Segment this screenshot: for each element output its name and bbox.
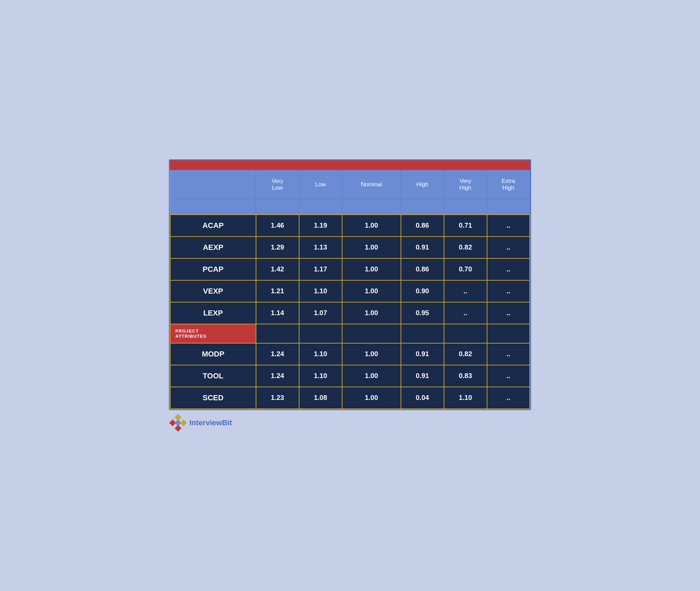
cell-aexp-0: 1.29 bbox=[256, 237, 299, 258]
personnel-label bbox=[170, 199, 256, 215]
cell-vexp-3: 0.90 bbox=[401, 280, 444, 302]
cell-aexp-1: 1.13 bbox=[299, 237, 342, 258]
cell-aexp-3: 0.91 bbox=[401, 237, 444, 258]
cell-acap-0: 1.46 bbox=[256, 215, 299, 237]
cell-vexp-4: .. bbox=[444, 280, 487, 302]
section-empty-5 bbox=[487, 324, 530, 343]
col-header-high: High bbox=[401, 170, 444, 199]
cell-modp-4: 0.82 bbox=[444, 343, 487, 365]
cell-modp-1: 1.10 bbox=[299, 343, 342, 365]
table-row: LEXP1.141.071.000.95.... bbox=[170, 302, 530, 324]
cell-acap-3: 0.86 bbox=[401, 215, 444, 237]
cell-pcap-1: 1.17 bbox=[299, 258, 342, 280]
col-empty-1 bbox=[256, 199, 299, 215]
cell-pcap-5: .. bbox=[487, 258, 530, 280]
cell-vexp-2: 1.00 bbox=[342, 280, 401, 302]
cell-tool-2: 1.00 bbox=[342, 365, 401, 387]
cell-vexp-0: 1.21 bbox=[256, 280, 299, 302]
cell-sced-4: 1.10 bbox=[444, 387, 487, 409]
col-empty-4 bbox=[401, 199, 444, 215]
subheader-row: VeryLow Low Nominal High VeryHigh ExtraH… bbox=[170, 170, 530, 199]
table-title bbox=[170, 160, 530, 170]
cell-tool-5: .. bbox=[487, 365, 530, 387]
cost-drivers-header bbox=[170, 170, 256, 199]
table-row: SCED1.231.081.000.041.10.. bbox=[170, 387, 530, 409]
cell-aexp-4: 0.82 bbox=[444, 237, 487, 258]
section-empty-3 bbox=[401, 324, 444, 343]
section-empty-0 bbox=[256, 324, 299, 343]
cell-modp-2: 1.00 bbox=[342, 343, 401, 365]
cell-tool-3: 0.91 bbox=[401, 365, 444, 387]
ratings-table: VeryLow Low Nominal High VeryHigh ExtraH… bbox=[170, 170, 530, 409]
cell-sced-0: 1.23 bbox=[256, 387, 299, 409]
section-empty-1 bbox=[299, 324, 342, 343]
brand-interview: Interview bbox=[189, 418, 222, 427]
row-label-vexp: VEXP bbox=[170, 280, 256, 302]
table-row: AEXP1.291.131.000.910.82.. bbox=[170, 237, 530, 258]
cell-aexp-5: .. bbox=[487, 237, 530, 258]
cell-sced-2: 1.00 bbox=[342, 387, 401, 409]
section-row: PROJECTATTRIBUTES bbox=[170, 324, 530, 343]
col-empty-3 bbox=[342, 199, 401, 215]
table-row: ACAP1.461.191.000.860.71.. bbox=[170, 215, 530, 237]
cell-acap-1: 1.19 bbox=[299, 215, 342, 237]
cell-vexp-1: 1.10 bbox=[299, 280, 342, 302]
col-header-extra-high: ExtraHigh bbox=[487, 170, 530, 199]
col-header-very-high: VeryHigh bbox=[444, 170, 487, 199]
brand-bit: Bit bbox=[222, 418, 232, 427]
cell-aexp-2: 1.00 bbox=[342, 237, 401, 258]
cell-pcap-2: 1.00 bbox=[342, 258, 401, 280]
logo-diamonds bbox=[170, 415, 186, 431]
col-header-nominal: Nominal bbox=[342, 170, 401, 199]
cell-lexp-3: 0.95 bbox=[401, 302, 444, 324]
table-wrapper: VeryLow Low Nominal High VeryHigh ExtraH… bbox=[169, 159, 531, 410]
row-label-lexp: LEXP bbox=[170, 302, 256, 324]
table-row: PCAP1.421.171.000.860.70.. bbox=[170, 258, 530, 280]
row-label-aexp: AEXP bbox=[170, 237, 256, 258]
cell-sced-3: 0.04 bbox=[401, 387, 444, 409]
brand-name: InterviewBit bbox=[189, 418, 232, 427]
section-empty-2 bbox=[342, 324, 401, 343]
cell-modp-5: .. bbox=[487, 343, 530, 365]
row-label-tool: TOOL bbox=[170, 365, 256, 387]
cell-sced-1: 1.08 bbox=[299, 387, 342, 409]
cell-acap-5: .. bbox=[487, 215, 530, 237]
cell-pcap-3: 0.86 bbox=[401, 258, 444, 280]
page-container: VeryLow Low Nominal High VeryHigh ExtraH… bbox=[162, 152, 538, 439]
col-empty-2 bbox=[299, 199, 342, 215]
table-row: TOOL1.241.101.000.910.83.. bbox=[170, 365, 530, 387]
section-empty-4 bbox=[444, 324, 487, 343]
cell-lexp-0: 1.14 bbox=[256, 302, 299, 324]
row-label-modp: MODP bbox=[170, 343, 256, 365]
row-label-acap: ACAP bbox=[170, 215, 256, 237]
section-label: PROJECTATTRIBUTES bbox=[170, 324, 256, 343]
col-header-very-low: VeryLow bbox=[256, 170, 299, 199]
diamond-9 bbox=[180, 425, 187, 432]
cell-tool-4: 0.83 bbox=[444, 365, 487, 387]
row-label-pcap: PCAP bbox=[170, 258, 256, 280]
cell-lexp-5: .. bbox=[487, 302, 530, 324]
cell-tool-0: 1.24 bbox=[256, 365, 299, 387]
table-row: MODP1.241.101.000.910.82.. bbox=[170, 343, 530, 365]
cell-lexp-4: .. bbox=[444, 302, 487, 324]
col-header-low: Low bbox=[299, 170, 342, 199]
table-row: VEXP1.211.101.000.90.... bbox=[170, 280, 530, 302]
cell-pcap-0: 1.42 bbox=[256, 258, 299, 280]
cell-tool-1: 1.10 bbox=[299, 365, 342, 387]
col-empty-5 bbox=[444, 199, 487, 215]
personnel-row bbox=[170, 199, 530, 215]
footer: InterviewBit bbox=[169, 410, 531, 432]
cell-vexp-5: .. bbox=[487, 280, 530, 302]
cell-acap-4: 0.71 bbox=[444, 215, 487, 237]
row-label-sced: SCED bbox=[170, 387, 256, 409]
cell-pcap-4: 0.70 bbox=[444, 258, 487, 280]
cell-lexp-1: 1.07 bbox=[299, 302, 342, 324]
cell-modp-0: 1.24 bbox=[256, 343, 299, 365]
col-empty-6 bbox=[487, 199, 530, 215]
cell-sced-5: .. bbox=[487, 387, 530, 409]
cell-modp-3: 0.91 bbox=[401, 343, 444, 365]
cell-acap-2: 1.00 bbox=[342, 215, 401, 237]
cell-lexp-2: 1.00 bbox=[342, 302, 401, 324]
